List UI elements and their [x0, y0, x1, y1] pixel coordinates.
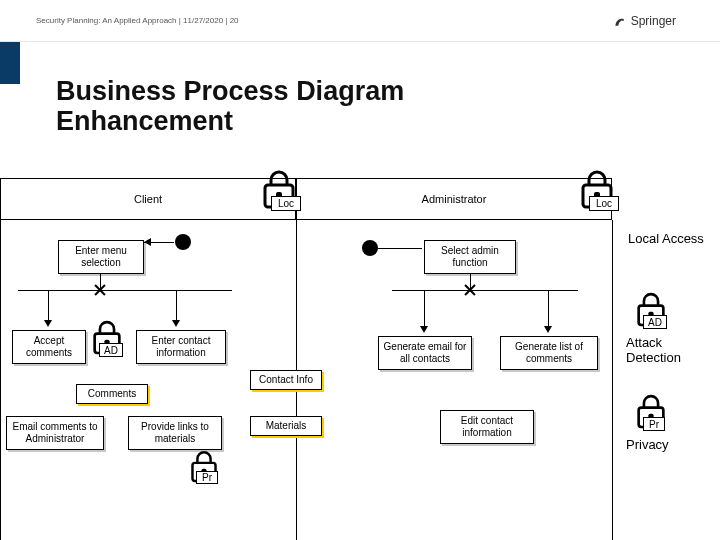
task-generate-email: Generate email for all contacts	[378, 336, 472, 370]
breadcrumb: Security Planning: An Applied Approach |…	[36, 16, 239, 25]
legend-local-access: Local Access	[628, 232, 704, 247]
lock-tag-client: Loc	[271, 196, 301, 211]
lock-tag-admin: Loc	[589, 196, 619, 211]
lock-tag-ad-client: AD	[99, 343, 123, 357]
data-contact-info: Contact Info	[250, 370, 322, 390]
data-comments: Comments	[76, 384, 148, 404]
publisher-logo: Springer	[613, 14, 676, 28]
lane-divider-right	[612, 220, 613, 540]
accent-bar	[0, 42, 20, 84]
lock-tag-legend-ad: AD	[643, 315, 667, 329]
task-enter-menu: Enter menu selection	[58, 240, 144, 274]
lock-tag-legend-pr: Pr	[643, 417, 665, 431]
slide-header: Security Planning: An Applied Approach |…	[0, 0, 720, 42]
lane-client: Client	[0, 178, 296, 220]
task-accept-comments: Accept comments	[12, 330, 86, 364]
start-event-client	[175, 234, 191, 250]
legend-attack-detection: Attack Detection	[626, 336, 720, 366]
data-materials: Materials	[250, 416, 322, 436]
lane-divider-left	[0, 220, 1, 540]
task-generate-list: Generate list of comments	[500, 336, 598, 370]
slide-title: Business Process Diagram Enhancement	[56, 76, 404, 136]
start-event-admin	[362, 240, 378, 256]
publisher-name: Springer	[631, 14, 676, 28]
task-enter-contact: Enter contact information	[136, 330, 226, 364]
lock-tag-pr-client: Pr	[196, 471, 218, 484]
task-email-admin: Email comments to Administrator	[6, 416, 104, 450]
gateway-admin	[464, 284, 476, 296]
springer-horse-icon	[613, 14, 627, 28]
task-select-admin: Select admin function	[424, 240, 516, 274]
legend-privacy: Privacy	[626, 438, 669, 453]
lane-admin: Administrator	[296, 178, 612, 220]
task-provide-links: Provide links to materials	[128, 416, 222, 450]
bp-diagram: Client Administrator Loc Loc Enter menu …	[0, 178, 720, 540]
task-edit-contact: Edit contact information	[440, 410, 534, 444]
gateway-client	[94, 284, 106, 296]
